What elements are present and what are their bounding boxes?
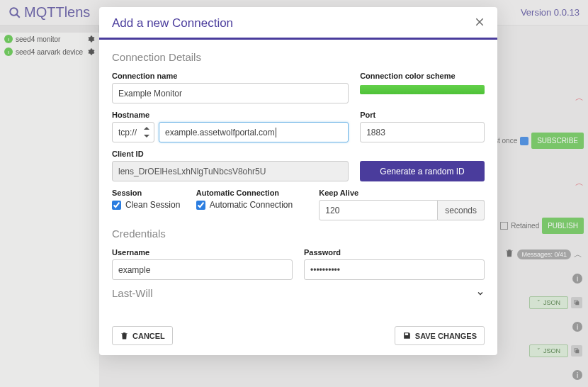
generate-id-button[interactable]: Generate a random ID (360, 161, 485, 181)
modal-footer: CANCEL SAVE CHANGES (99, 319, 497, 355)
lastwill-label: Last-Will (112, 287, 153, 299)
modal-title: Add a new Connection (112, 16, 233, 30)
password-label: Password (304, 248, 485, 257)
color-scheme-bar[interactable] (360, 85, 485, 94)
section-details-title: Connection Details (112, 51, 485, 63)
color-scheme-label: Connection color scheme (360, 72, 485, 80)
conn-name-input[interactable] (112, 83, 349, 103)
session-label: Session (112, 189, 185, 197)
username-input[interactable] (112, 259, 293, 280)
protocol-select[interactable]: tcp:// (112, 122, 154, 142)
auto-conn-label: Automatic Connection (210, 200, 293, 210)
save-icon (402, 331, 412, 340)
client-id-input[interactable] (112, 161, 349, 181)
cancel-button[interactable]: CANCEL (112, 326, 173, 345)
clean-session-label: Clean Session (125, 200, 180, 210)
password-input[interactable] (304, 259, 485, 280)
hostname-input[interactable]: example.assetwolfportal.com (159, 122, 349, 142)
save-button[interactable]: SAVE CHANGES (395, 326, 485, 345)
keepalive-input[interactable] (319, 200, 438, 220)
modal-header: Add a new Connection (99, 7, 497, 38)
port-label: Port (360, 111, 485, 119)
trash-icon (120, 331, 129, 340)
close-button[interactable] (475, 16, 485, 30)
keepalive-label: Keep Alive (319, 189, 485, 197)
add-connection-modal: Add a new Connection Connection Details … (99, 7, 497, 355)
client-id-label: Client ID (112, 150, 349, 158)
chevron-down-icon (476, 289, 485, 298)
hostname-label: Hostname (112, 111, 349, 119)
clean-session-checkbox[interactable] (112, 201, 121, 210)
modal-body: Connection Details Connection name Conne… (99, 40, 497, 310)
auto-conn-heading: Automatic Connection (196, 189, 308, 197)
port-input[interactable] (360, 122, 485, 142)
close-icon (475, 17, 485, 27)
lastwill-section[interactable]: Last-Will (112, 287, 485, 299)
auto-conn-checkbox[interactable] (196, 201, 205, 210)
username-label: Username (112, 248, 293, 257)
keepalive-unit: seconds (438, 200, 485, 220)
conn-name-label: Connection name (112, 72, 349, 80)
section-credentials-title: Credentials (112, 228, 485, 240)
